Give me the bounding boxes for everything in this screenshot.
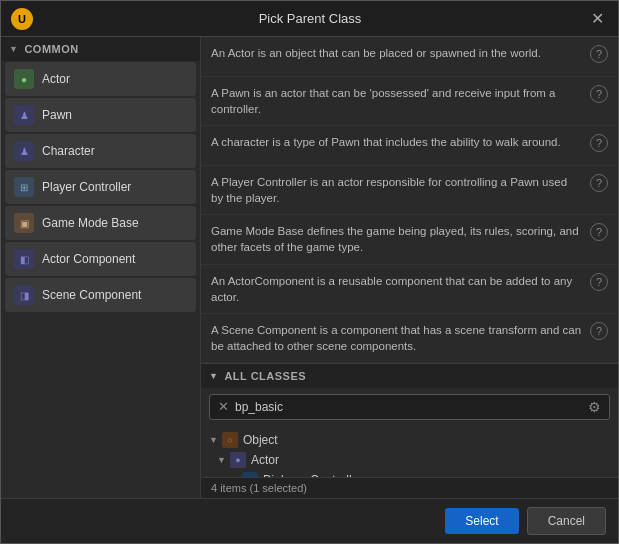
game-mode-base-label: Game Mode Base <box>42 216 139 230</box>
class-item-actor-component[interactable]: ◧ Actor Component <box>5 242 196 276</box>
actor-label: Actor <box>42 72 70 86</box>
class-item-scene-component[interactable]: ◨ Scene Component <box>5 278 196 312</box>
desc-row-character: A character is a type of Pawn that inclu… <box>201 126 618 166</box>
class-item-player-controller[interactable]: ⊞ Player Controller <box>5 170 196 204</box>
search-clear-icon[interactable]: ✕ <box>218 399 229 414</box>
game-mode-base-icon: ▣ <box>14 213 34 233</box>
desc-text-scene-component: A Scene Component is a component that ha… <box>211 322 582 354</box>
scene-component-label: Scene Component <box>42 288 141 302</box>
desc-row-game-mode-base: Game Mode Base defines the game being pl… <box>201 215 618 264</box>
common-section-label: COMMON <box>24 43 78 55</box>
object-tree-icon: ○ <box>222 432 238 448</box>
select-button[interactable]: Select <box>445 508 518 534</box>
actor-tree-chevron-icon: ▼ <box>217 455 226 465</box>
desc-row-player-controller: A Player Controller is an actor responsi… <box>201 166 618 215</box>
tree-item-dialogue-controller[interactable]: ▼ ◆ DialogueController <box>201 470 618 477</box>
object-chevron-icon: ▼ <box>209 435 218 445</box>
desc-text-actor-component: An ActorComponent is a reusable componen… <box>211 273 582 305</box>
class-item-game-mode-base[interactable]: ▣ Game Mode Base <box>5 206 196 240</box>
desc-text-player-controller: A Player Controller is an actor responsi… <box>211 174 582 206</box>
all-classes-label: ALL CLASSES <box>224 370 306 382</box>
dialog-title: Pick Parent Class <box>259 11 362 26</box>
character-label: Character <box>42 144 95 158</box>
help-icon-scene-component[interactable]: ? <box>590 322 608 340</box>
footer: Select Cancel <box>1 498 618 543</box>
titlebar: U Pick Parent Class ✕ <box>1 1 618 37</box>
desc-row-scene-component: A Scene Component is a component that ha… <box>201 314 618 363</box>
help-icon-game-mode-base[interactable]: ? <box>590 223 608 241</box>
class-list-panel: ▼ COMMON ● Actor ♟ Pawn ♟ Character ⊞ Pl… <box>1 37 201 498</box>
help-icon-player-controller[interactable]: ? <box>590 174 608 192</box>
help-icon-pawn[interactable]: ? <box>590 85 608 103</box>
status-text: 4 items (1 selected) <box>211 482 307 494</box>
tree-item-actor[interactable]: ▼ ● Actor <box>201 450 618 470</box>
search-settings-icon[interactable]: ⚙ <box>588 399 601 415</box>
search-bar: ✕ ⚙ <box>209 394 610 420</box>
all-classes-header[interactable]: ▼ ALL CLASSES <box>201 364 618 388</box>
actor-component-icon: ◧ <box>14 249 34 269</box>
all-classes-section: ▼ ALL CLASSES ✕ ⚙ ▼ ○ Object ▼ <box>201 363 618 498</box>
close-button[interactable]: ✕ <box>587 9 608 29</box>
search-input[interactable] <box>235 400 588 414</box>
help-icon-actor-component[interactable]: ? <box>590 273 608 291</box>
desc-row-pawn: A Pawn is an actor that can be 'possesse… <box>201 77 618 126</box>
common-chevron-icon: ▼ <box>9 44 18 54</box>
character-icon: ♟ <box>14 141 34 161</box>
desc-text-game-mode-base: Game Mode Base defines the game being pl… <box>211 223 582 255</box>
tree-item-object[interactable]: ▼ ○ Object <box>201 430 618 450</box>
class-item-actor[interactable]: ● Actor <box>5 62 196 96</box>
desc-text-pawn: A Pawn is an actor that can be 'possesse… <box>211 85 582 117</box>
ue-logo-icon: U <box>11 8 33 30</box>
common-section-header[interactable]: ▼ COMMON <box>1 37 200 61</box>
help-icon-character[interactable]: ? <box>590 134 608 152</box>
desc-row-actor: An Actor is an object that can be placed… <box>201 37 618 77</box>
desc-text-character: A character is a type of Pawn that inclu… <box>211 134 582 150</box>
cancel-button[interactable]: Cancel <box>527 507 606 535</box>
class-item-pawn[interactable]: ♟ Pawn <box>5 98 196 132</box>
all-classes-chevron-icon: ▼ <box>209 371 218 381</box>
actor-tree-label: Actor <box>251 453 610 467</box>
scene-component-icon: ◨ <box>14 285 34 305</box>
right-panel: An Actor is an object that can be placed… <box>201 37 618 498</box>
object-tree-label: Object <box>243 433 610 447</box>
pick-parent-class-dialog: U Pick Parent Class ✕ ▼ COMMON ● Actor ♟… <box>0 0 619 544</box>
desc-text-actor: An Actor is an object that can be placed… <box>211 45 582 61</box>
player-controller-icon: ⊞ <box>14 177 34 197</box>
actor-icon: ● <box>14 69 34 89</box>
status-bar: 4 items (1 selected) <box>201 477 618 498</box>
player-controller-label: Player Controller <box>42 180 131 194</box>
pawn-label: Pawn <box>42 108 72 122</box>
help-icon-actor[interactable]: ? <box>590 45 608 63</box>
main-content: ▼ COMMON ● Actor ♟ Pawn ♟ Character ⊞ Pl… <box>1 37 618 498</box>
descriptions-panel: An Actor is an object that can be placed… <box>201 37 618 363</box>
tree-area: ▼ ○ Object ▼ ● Actor ▼ ◆ DialogueControl… <box>201 426 618 477</box>
actor-tree-icon: ● <box>230 452 246 468</box>
pawn-icon: ♟ <box>14 105 34 125</box>
desc-row-actor-component: An ActorComponent is a reusable componen… <box>201 265 618 314</box>
class-item-character[interactable]: ♟ Character <box>5 134 196 168</box>
actor-component-label: Actor Component <box>42 252 135 266</box>
